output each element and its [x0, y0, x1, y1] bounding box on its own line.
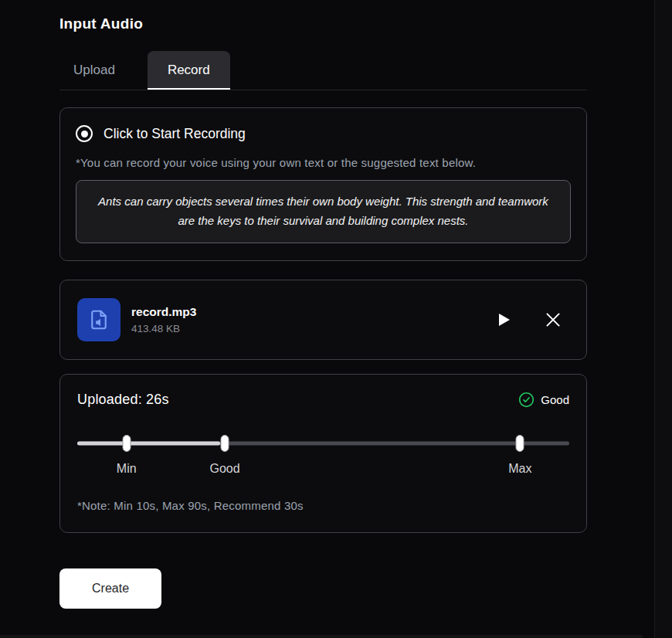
marker-label-min: Min	[117, 462, 137, 476]
suggested-text: Ants can carry objects several times the…	[90, 192, 556, 231]
tab-record[interactable]: Record	[148, 51, 230, 90]
duration-header: Uploaded: 26s Good	[77, 392, 569, 408]
tab-upload[interactable]: Upload	[59, 51, 129, 90]
file-size: 413.48 KB	[131, 323, 478, 334]
slider-marker-labels: Min Good Max	[77, 462, 569, 479]
play-button[interactable]	[489, 306, 517, 334]
recording-hint: *You can record your voice using your ow…	[76, 156, 571, 169]
marker-label-max: Max	[508, 462, 531, 476]
file-meta: record.mp3 413.48 KB	[131, 305, 478, 334]
uploaded-duration: Uploaded: 26s	[77, 392, 169, 408]
slider-handle-max[interactable]	[516, 435, 524, 452]
duration-card: Uploaded: 26s Good Min Good	[59, 374, 587, 533]
app-root: Input Audio Upload Record Click to Start…	[0, 0, 672, 638]
file-name: record.mp3	[131, 305, 478, 319]
audio-file-icon	[77, 298, 120, 341]
page-title: Input Audio	[59, 15, 587, 32]
suggested-text-box: Ants can carry objects several times the…	[76, 180, 571, 243]
slider-handle-good[interactable]	[221, 435, 229, 452]
bottom-edge	[0, 635, 643, 638]
recording-card: Click to Start Recording *You can record…	[59, 107, 587, 261]
record-button[interactable]: Click to Start Recording	[76, 125, 246, 142]
status-label: Good	[541, 393, 569, 406]
duration-slider[interactable]	[77, 434, 569, 453]
check-circle-icon	[518, 392, 535, 408]
record-button-label: Click to Start Recording	[104, 126, 246, 142]
duration-status: Good	[518, 392, 569, 408]
marker-label-good: Good	[210, 462, 240, 476]
create-button[interactable]: Create	[59, 568, 161, 609]
duration-note: *Note: Min 10s, Max 90s, Recommend 30s	[77, 499, 569, 512]
tab-bar: Upload Record	[59, 51, 587, 90]
right-rail	[654, 0, 672, 638]
remove-file-button[interactable]	[538, 305, 568, 334]
play-icon	[494, 311, 512, 329]
slider-handle-min[interactable]	[122, 435, 131, 452]
record-radio-icon	[76, 125, 93, 142]
close-icon	[543, 310, 563, 330]
main-content: Input Audio Upload Record Click to Start…	[59, 0, 587, 609]
slider-fill	[77, 441, 220, 445]
file-card: record.mp3 413.48 KB	[59, 280, 587, 360]
